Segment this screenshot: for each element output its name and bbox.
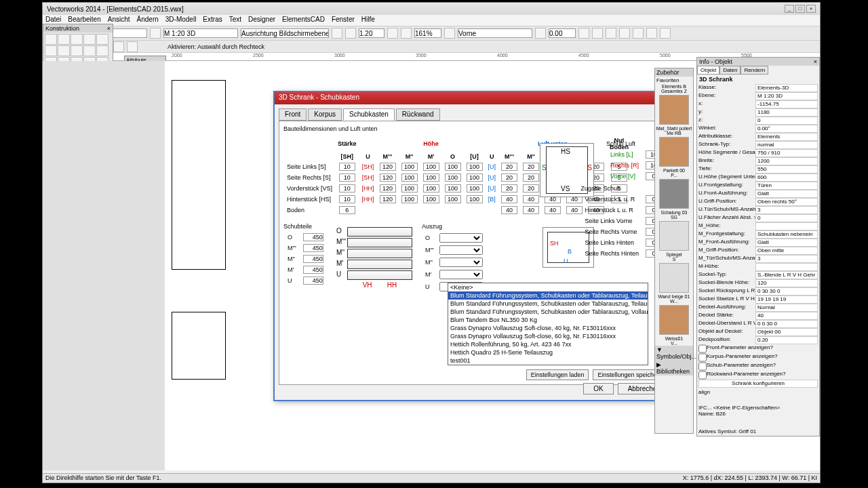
prop-value[interactable]: 0.00° — [755, 125, 818, 133]
prop-value[interactable]: 19 19 19 19 — [755, 296, 818, 304]
tab-korpus[interactable]: Korpus — [308, 108, 342, 121]
auszug-select[interactable] — [439, 258, 483, 267]
tab-front[interactable]: Front — [279, 108, 307, 121]
dropdown-option[interactable]: Blum Standard Führungssystem, Schubkaste… — [448, 291, 648, 300]
material-thumb[interactable] — [659, 95, 689, 125]
dropdown-option[interactable]: Blum Standard Führungssystem, Schubkaste… — [448, 308, 648, 316]
konfig-button[interactable]: Schrank konfigurieren — [698, 380, 818, 388]
h-input[interactable] — [423, 174, 439, 182]
align-combo[interactable] — [241, 28, 329, 38]
rotate-icon[interactable] — [535, 28, 546, 39]
l-input[interactable] — [501, 163, 517, 171]
ebene-v[interactable]: M 1:20 3D — [755, 92, 818, 100]
prop-value[interactable]: S.-Blende L R V H Gehr — [755, 271, 818, 279]
zoom-field[interactable] — [414, 28, 441, 38]
h-input[interactable] — [380, 184, 396, 192]
prop-value[interactable]: 3 — [755, 206, 818, 214]
tool-3[interactable] — [83, 34, 96, 45]
h-input[interactable] — [423, 184, 439, 192]
h-input[interactable] — [467, 195, 483, 203]
load-settings-button[interactable]: Einstellungen laden — [526, 369, 589, 380]
tool-c-icon[interactable] — [606, 28, 616, 39]
auszug-select[interactable] — [439, 270, 483, 279]
st-input[interactable] — [339, 174, 355, 182]
tool-4[interactable] — [96, 34, 108, 45]
toolbox-close-icon[interactable]: × — [107, 25, 111, 32]
prop-value[interactable]: 600 — [755, 174, 818, 182]
prop-value[interactable]: 0 — [755, 214, 818, 222]
prop-value[interactable] — [755, 263, 818, 271]
l-input[interactable] — [523, 174, 539, 182]
ok-button[interactable]: OK — [583, 383, 613, 394]
material-thumb[interactable] — [659, 221, 689, 251]
info-close-icon[interactable]: × — [814, 58, 817, 65]
tool-d-icon[interactable] — [619, 28, 630, 39]
l-input[interactable] — [501, 184, 517, 192]
doc-icon[interactable] — [332, 28, 342, 39]
h-input[interactable] — [445, 163, 461, 171]
l-input[interactable] — [501, 195, 517, 203]
maximize-icon[interactable]: □ — [795, 5, 805, 13]
auszug-select[interactable] — [439, 233, 483, 243]
tool-e-icon[interactable] — [633, 28, 644, 39]
menu-hilfe[interactable]: Hilfe — [361, 16, 375, 25]
layer-icon[interactable] — [150, 28, 161, 39]
mode7-icon[interactable] — [127, 41, 138, 52]
h-input[interactable] — [380, 174, 396, 182]
rot-field[interactable] — [549, 28, 576, 38]
st-input[interactable] — [339, 163, 355, 171]
param-check[interactable] — [698, 362, 707, 371]
view-combo[interactable] — [458, 28, 532, 38]
schubteil-input[interactable] — [303, 266, 323, 274]
l-input[interactable] — [523, 163, 539, 171]
prop-value[interactable]: Oben mitte — [755, 247, 818, 255]
tool-1[interactable] — [58, 34, 70, 45]
ruler-icon[interactable] — [345, 28, 356, 39]
dropdown-option[interactable]: Blum Tandem Box NL350 30 Kg — [448, 316, 648, 324]
h-input[interactable] — [423, 163, 439, 171]
l-input[interactable] — [523, 184, 539, 192]
schubteil-input[interactable] — [303, 255, 323, 263]
material-thumb[interactable] — [659, 263, 689, 293]
h-input[interactable] — [445, 195, 461, 203]
zoomin-icon[interactable] — [401, 28, 412, 39]
prop-value[interactable]: Schubkasten nebenein — [755, 230, 818, 239]
auszug-select[interactable] — [439, 245, 483, 255]
l-input[interactable] — [501, 206, 517, 214]
tool-5[interactable] — [45, 45, 57, 56]
ruler-val[interactable] — [359, 28, 384, 38]
param-check[interactable] — [698, 371, 707, 380]
dropdown-option[interactable]: Hettich Quadro 25 H-Serie Teilauszug — [448, 348, 648, 357]
x-v[interactable]: -1154.75 — [755, 100, 818, 108]
minimize-icon[interactable]: _ — [785, 5, 794, 13]
menu-fenster[interactable]: Fenster — [332, 16, 355, 25]
schubteil-input[interactable] — [303, 233, 323, 241]
h-input[interactable] — [380, 195, 396, 203]
prop-value[interactable]: Glatt — [755, 190, 818, 198]
auszug-dropdown-list[interactable]: <Keine>Blum Standard Führungssystem, Sch… — [448, 283, 648, 365]
tab-rückwand[interactable]: Rückwand — [396, 108, 440, 121]
h-input[interactable] — [401, 195, 418, 203]
dropdown-option[interactable]: Hettich Rollenführung, 50 kg, Art. 423 4… — [448, 340, 648, 348]
prop-value[interactable]: Normal — [755, 304, 818, 312]
menu-elementscad[interactable]: ElementsCAD — [282, 16, 325, 25]
tool-2[interactable] — [71, 34, 83, 45]
tool-0[interactable] — [45, 34, 57, 45]
h-input[interactable] — [467, 184, 483, 192]
prop-value[interactable]: 1200 — [755, 157, 818, 165]
h-input[interactable] — [445, 174, 461, 182]
st-input[interactable] — [339, 206, 355, 214]
prop-value[interactable]: Glatt — [755, 239, 818, 247]
prop-value[interactable]: Objekt 00 — [755, 328, 818, 336]
prop-value[interactable]: 0 30 30 0 — [755, 287, 818, 296]
close-icon[interactable]: × — [806, 5, 816, 13]
zoomout-icon[interactable] — [387, 28, 398, 39]
ifc-row[interactable]: IFC... <Keine IFC-Eigenschaften> — [698, 405, 818, 411]
tool-b-icon[interactable] — [592, 28, 603, 39]
prop-value[interactable]: 40 — [755, 312, 818, 320]
tool-6[interactable] — [58, 45, 70, 56]
schubteil-input[interactable] — [303, 244, 323, 252]
info-tab[interactable]: Daten — [719, 66, 741, 75]
menu-ändern[interactable]: Ändern — [137, 16, 159, 25]
scale-combo[interactable] — [163, 28, 238, 38]
